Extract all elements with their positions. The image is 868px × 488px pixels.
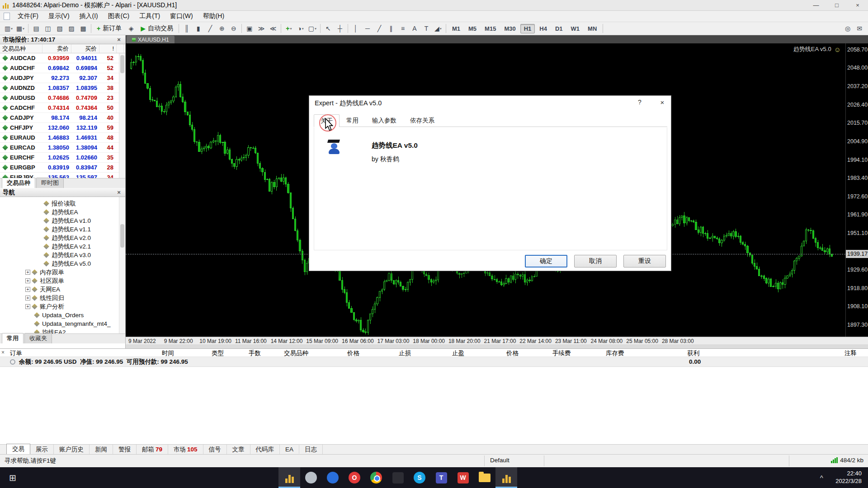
navigator-item-趋势线EA v3.0[interactable]: 趋势线EA v3.0 <box>0 251 125 259</box>
menu-窗口(W)[interactable]: 窗口(W) <box>165 11 198 22</box>
orders-column-手续费[interactable]: 手续费 <box>552 349 571 357</box>
market-watch-tab-即时图[interactable]: 即时图 <box>36 178 64 188</box>
orders-column-价格[interactable]: 价格 <box>506 349 519 357</box>
line-chart-icon[interactable]: ╱ <box>204 23 216 34</box>
thunderbird-app-icon[interactable] <box>322 467 344 488</box>
expand-icon[interactable]: + <box>25 304 30 309</box>
timeframe-W1[interactable]: W1 <box>567 24 584 33</box>
profiles-icon[interactable]: ▦▾ <box>14 23 26 34</box>
market-row-CADJPY[interactable]: CADJPY98.17498.21440 <box>0 113 125 123</box>
terminal-tab-市场[interactable]: 市场105 <box>168 445 203 455</box>
zoom-in-icon[interactable]: ⊕ <box>216 23 228 34</box>
terminal-tab-文章[interactable]: 文章 <box>227 445 250 455</box>
minimize-button[interactable]: — <box>806 0 826 10</box>
timeframe-M5[interactable]: M5 <box>465 24 480 33</box>
navigator-item-趋势线EA[interactable]: 趋势线EA <box>0 208 125 216</box>
candlestick-chart-icon[interactable]: ▮ <box>193 23 204 34</box>
market-watch-column-3[interactable]: ! <box>99 44 117 53</box>
mt4-terminal-2-icon[interactable] <box>495 467 517 488</box>
market-row-AUDCAD[interactable]: AUDCAD0.939590.9401152 <box>0 53 125 63</box>
start-button[interactable]: ⊞ <box>0 467 25 488</box>
navigator-tab-常用[interactable]: 常用 <box>2 333 24 343</box>
menu-文件(F)[interactable]: 文件(F) <box>13 11 43 22</box>
chrome-browser-icon[interactable] <box>365 467 387 488</box>
timeframe-M30[interactable]: M30 <box>500 24 519 33</box>
dialog-button-确定[interactable]: 确定 <box>525 255 567 267</box>
chart-tab-xauusd[interactable]: XAUUSD,H1 <box>127 36 175 43</box>
label-tool-icon[interactable]: T <box>420 23 432 34</box>
data-window-toggle-icon[interactable]: ◫ <box>42 23 54 34</box>
navigator-item-天网EA[interactable]: +天网EA <box>0 285 125 294</box>
navigator-item-报价读取[interactable]: 报价读取 <box>0 199 125 208</box>
terminal-toggle-icon[interactable]: ▨ <box>66 23 77 34</box>
orders-column-order[interactable]: 订单 <box>10 349 22 357</box>
dialog-button-取消[interactable]: 取消 <box>574 255 617 267</box>
chart-horizontal-scrollbar[interactable] <box>126 344 868 348</box>
tile-windows-icon[interactable]: ▣ <box>244 23 255 34</box>
timeframe-H1[interactable]: H1 <box>520 24 535 33</box>
zoom-out-icon[interactable]: ⊖ <box>228 23 240 34</box>
trendline-tool-icon[interactable]: ╱ <box>373 23 385 34</box>
market-row-CADCHF[interactable]: CADCHF0.743140.7436450 <box>0 103 125 113</box>
market-watch-toggle-icon[interactable]: ▤ <box>30 23 42 34</box>
market-row-EURAUD[interactable]: EURAUD1.468831.4693148 <box>0 133 125 143</box>
navigator-toggle-icon[interactable]: ▧ <box>54 23 66 34</box>
wps-app-icon[interactable]: W <box>452 467 474 488</box>
orders-column-获利[interactable]: 获利 <box>687 349 699 357</box>
menu-帮助(H)[interactable]: 帮助(H) <box>198 11 229 22</box>
navigator-item-趋势线EA v2.1[interactable]: 趋势线EA v2.1 <box>0 242 125 251</box>
expand-icon[interactable]: + <box>25 287 30 292</box>
chat-icon[interactable]: ✉ <box>854 23 865 34</box>
market-watch-tab-交易品种[interactable]: 交易品种 <box>2 178 35 188</box>
explorer-folder-icon[interactable] <box>474 467 495 488</box>
dialog-tab-依存关系[interactable]: 依存关系 <box>403 114 441 127</box>
status-profile[interactable]: Default <box>490 457 509 464</box>
dialog-button-重设[interactable]: 重设 <box>623 255 666 267</box>
dark-app-icon[interactable] <box>387 467 409 488</box>
templates-icon[interactable]: ▢▾ <box>307 23 318 34</box>
vertical-line-tool-icon[interactable]: │ <box>350 23 362 34</box>
navigator-tab-收藏夹[interactable]: 收藏夹 <box>24 333 52 343</box>
indicators-icon[interactable]: +▾ <box>283 23 295 34</box>
navigator-item-内存跟单[interactable]: +内存跟单 <box>0 268 125 277</box>
new-order-button[interactable]: +新订单 <box>93 23 125 34</box>
market-row-EURCHF[interactable]: EURCHF1.026251.0266035 <box>0 153 125 163</box>
taskbar-clock[interactable]: 22:40 2022/3/28 <box>829 470 868 485</box>
orders-column-手数[interactable]: 手数 <box>249 349 261 357</box>
bar-chart-icon[interactable]: ║ <box>181 23 193 34</box>
disc-app-icon[interactable] <box>300 467 322 488</box>
navigator-item-趋势线EA v5.0[interactable]: 趋势线EA v5.0 <box>0 259 125 268</box>
orders-column-止损[interactable]: 止损 <box>399 349 411 357</box>
market-watch-column-0[interactable]: 交易品种 <box>0 44 42 53</box>
chart-shift-icon[interactable]: ≪ <box>267 23 279 34</box>
orders-column-交易品种[interactable]: 交易品种 <box>284 349 308 357</box>
navigator-item-趋势线EA v1.1[interactable]: 趋势线EA v1.1 <box>0 225 125 234</box>
autotrading-button[interactable]: ▶自动交易 <box>137 23 177 34</box>
dialog-help-icon[interactable]: ? <box>633 99 646 108</box>
text-tool-icon[interactable]: A <box>409 23 420 34</box>
dialog-close-icon[interactable]: × <box>656 99 669 108</box>
timeframe-D1[interactable]: D1 <box>552 24 566 33</box>
timeframe-MN[interactable]: MN <box>584 24 600 33</box>
navigator-item-账户分析[interactable]: +账户分析 <box>0 302 125 311</box>
navigator-scrollbar[interactable] <box>119 197 125 333</box>
dialog-tab-输入参数[interactable]: 输入参数 <box>365 114 403 127</box>
mt4-terminal-icon[interactable] <box>278 467 300 488</box>
strategy-tester-icon[interactable]: ▩ <box>77 23 89 34</box>
market-row-AUDCHF[interactable]: AUDCHF0.698420.6989452 <box>0 63 125 73</box>
timeframe-M15[interactable]: M15 <box>481 24 500 33</box>
orders-column-库存费[interactable]: 库存费 <box>606 349 624 357</box>
expand-icon[interactable]: + <box>25 270 30 275</box>
channel-tool-icon[interactable]: ∥ <box>385 23 397 34</box>
navigator-item-趋势线EA v1.0[interactable]: 趋势线EA v1.0 <box>0 216 125 225</box>
terminal-tab-代码库[interactable]: 代码库 <box>250 445 280 455</box>
auto-scroll-icon[interactable]: ≫ <box>255 23 267 34</box>
orders-column-时间[interactable]: 时间 <box>162 349 174 357</box>
navigator-item-Updata_Orders[interactable]: Updata_Orders <box>0 311 125 319</box>
teams-app-icon[interactable]: T <box>430 467 452 488</box>
search-icon[interactable]: ◎ <box>842 23 854 34</box>
fibonacci-tool-icon[interactable]: ≡ <box>397 23 409 34</box>
market-watch-close-icon[interactable]: × <box>115 36 123 43</box>
price-axis[interactable]: 1939.17 2058.702048.002037.202026.402015… <box>845 43 868 337</box>
terminal-tab-信号[interactable]: 信号 <box>203 445 227 455</box>
